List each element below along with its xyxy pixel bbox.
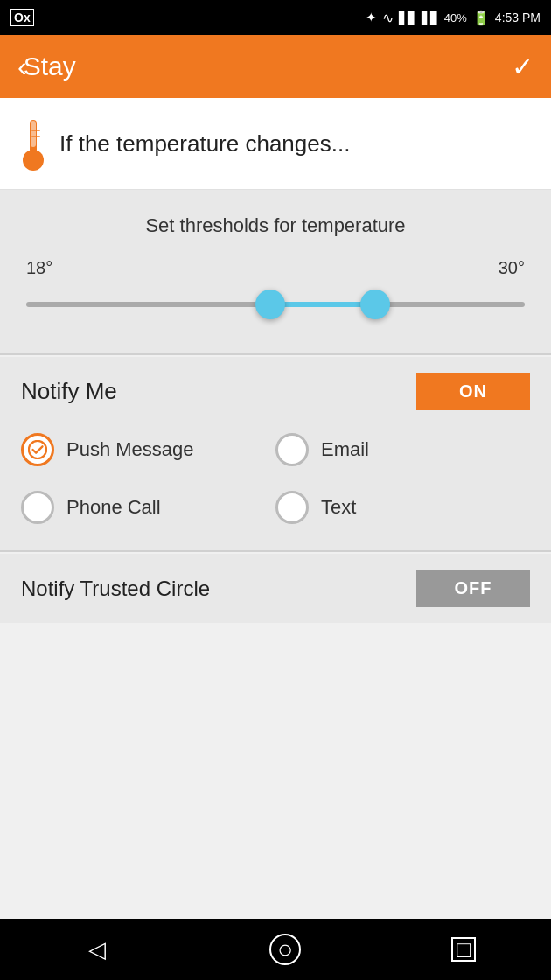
temp-range: 18° 30° [26,258,525,278]
svg-rect-4 [31,130,40,131]
main-content: If the temperature changes... Set thresh… [0,98,551,980]
home-nav-button[interactable]: ○ [269,934,301,965]
email-radio[interactable] [276,433,309,466]
signal2-icon: ▋▊ [422,11,439,24]
notify-toggle[interactable]: ON [416,373,530,410]
text-radio[interactable] [276,491,309,524]
status-bar: Ox ✦ ∿ ▋▊ ▋▊ 40% 🔋 4:53 PM [0,0,551,35]
outlook-icon: Ox [10,9,34,26]
nav-bar: ‹ Stay ✓ [0,35,551,98]
option-phone-call[interactable]: Phone Call [21,482,276,533]
text-label: Text [321,496,356,519]
temp-change-title: If the temperature changes... [59,130,350,158]
back-nav-button[interactable]: ◁ [75,928,119,971]
divider-2 [0,550,551,552]
status-bar-left: Ox [10,9,34,26]
option-push-message[interactable]: Push Message [21,424,276,475]
check-button[interactable]: ✓ [512,52,534,82]
notify-section: Notify Me ON Push Message Email [0,357,551,550]
thermometer-icon [21,117,45,170]
option-text[interactable]: Text [276,482,530,533]
phone-call-radio[interactable] [21,491,54,524]
status-bar-right: ✦ ∿ ▋▊ ▋▊ 40% 🔋 4:53 PM [366,10,541,26]
bottom-nav-bar: ◁ ○ □ [0,919,551,980]
trusted-circle-section: Notify Trusted Circle OFF [0,554,551,623]
threshold-section: Set thresholds for temperature 18° 30° [0,190,551,354]
trusted-circle-title: Notify Trusted Circle [21,577,210,601]
empty-content-area [0,623,551,868]
svg-point-2 [23,150,44,171]
threshold-label: Set thresholds for temperature [26,214,525,237]
notify-options-grid: Push Message Email Phone Call Text [21,424,530,550]
trusted-circle-toggle[interactable]: OFF [416,570,530,607]
slider-thumb-low[interactable] [255,290,285,319]
email-label: Email [321,438,369,461]
temperature-slider[interactable] [26,287,525,322]
signal1-icon: ▋▊ [399,11,416,24]
wifi-icon: ∿ [382,10,394,26]
svg-rect-3 [31,121,36,147]
push-message-label: Push Message [66,438,194,461]
divider-1 [0,354,551,355]
temp-header: If the temperature changes... [0,98,551,190]
status-time: 4:53 PM [495,10,541,24]
slider-thumb-high[interactable] [360,290,390,319]
push-message-radio[interactable] [21,433,54,466]
temp-min: 18° [26,258,52,278]
notify-me-title: Notify Me [21,378,117,405]
back-button[interactable]: ‹ Stay [17,51,76,83]
svg-rect-5 [31,136,40,137]
nav-title: Stay [24,52,76,81]
bluetooth-icon: ✦ [366,10,377,25]
temp-max: 30° [499,258,525,278]
svg-point-6 [29,441,46,458]
phone-call-label: Phone Call [66,496,161,519]
battery-level: 40% [444,11,467,24]
recents-nav-button[interactable]: □ [451,937,476,962]
notify-header: Notify Me ON [21,357,530,424]
option-email[interactable]: Email [276,424,530,475]
battery-icon: 🔋 [472,10,490,26]
